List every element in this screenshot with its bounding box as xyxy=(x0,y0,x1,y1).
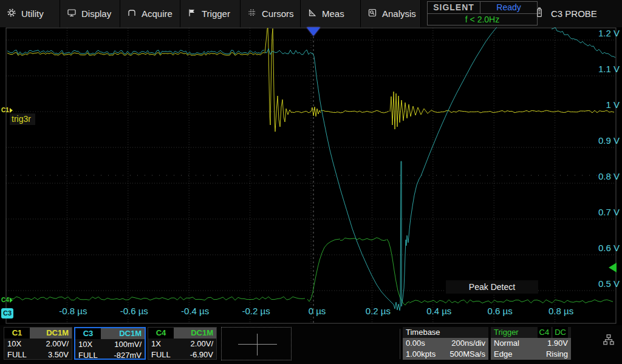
menu-analysis-label: Analysis xyxy=(382,8,416,19)
menu-meas[interactable]: Meas xyxy=(301,0,361,27)
c1-coupling: DC1M xyxy=(30,328,72,339)
timebase-sample-row: 1.00kpts500MSa/s xyxy=(403,349,488,360)
trigger-frequency: f < 2.0Hz xyxy=(428,14,537,25)
brand-logo: SIGLENT xyxy=(428,2,480,13)
c3-trace xyxy=(402,27,499,306)
menu-cursors[interactable]: Cursors xyxy=(241,0,301,27)
c1-header: C1 DC1M xyxy=(4,328,72,339)
c4-trace xyxy=(340,238,386,241)
probe-icon xyxy=(535,7,544,20)
voltage-axis-label: 1.1 V xyxy=(598,64,620,74)
c1-scale-row: 10X2.00V/ xyxy=(4,339,72,349)
time-axis-label: 0.4 µs xyxy=(426,306,451,316)
voltage-axis-label: 1 V xyxy=(606,99,620,110)
network-icon[interactable] xyxy=(603,334,615,348)
c1-position-marker[interactable]: C1 xyxy=(1,107,13,113)
c1-chip: C1 xyxy=(4,328,30,339)
c3-chip: C3 xyxy=(75,328,101,339)
c1-offset-row: FULL3.50V xyxy=(4,349,72,360)
bottom-status-bar: C1 DC1M 10X2.00V/ FULL3.50V C3 DC1M 10X1… xyxy=(0,325,622,364)
time-axis-label: -0.8 µs xyxy=(59,306,87,316)
c1-trace xyxy=(292,111,311,113)
probe-status[interactable]: C3 PROBE xyxy=(535,0,597,27)
menu-cursors-label: Cursors xyxy=(262,8,294,19)
acquisition-state: Ready xyxy=(480,2,537,13)
acquisition-status-box[interactable]: SIGLENT Ready f < 2.0Hz xyxy=(427,1,538,25)
c3-trace xyxy=(312,53,394,305)
trigger-source-chip: C4 xyxy=(538,327,552,338)
voltage-axis-label: 0.7 V xyxy=(598,207,620,217)
menu-trigger-label: Trigger xyxy=(202,8,230,19)
trigger-coupling-chip: DC xyxy=(553,327,568,338)
voltage-axis-label: 0.5 V xyxy=(598,278,620,289)
c4-chip: C4 xyxy=(148,328,174,339)
cursors-icon xyxy=(247,8,257,20)
crosshair-icon xyxy=(257,334,258,356)
gear-icon xyxy=(7,8,16,20)
c3-offset-row: FULL-827mV xyxy=(75,350,145,361)
trigger-type-row: EdgeRising xyxy=(491,349,571,360)
trigger-position-marker[interactable] xyxy=(307,27,320,36)
right-triangle-icon xyxy=(10,108,13,113)
top-menu-bar: Utility Display Acquire Trigger Cursors … xyxy=(0,0,622,27)
flag-icon xyxy=(187,8,197,20)
voltage-axis-label: 0.9 V xyxy=(598,135,620,146)
menu-trigger[interactable]: Trigger xyxy=(180,0,241,27)
channel-box-c1[interactable]: C1 DC1M 10X2.00V/ FULL3.50V xyxy=(4,327,72,360)
c4-trace xyxy=(409,300,613,303)
bottom-bar-divider xyxy=(400,329,400,359)
time-axis-label: 0.6 µs xyxy=(488,306,513,316)
voltage-axis-label: 1.2 V xyxy=(598,28,620,38)
trigger-title: Trigger xyxy=(494,327,536,338)
menu-analysis[interactable]: Analysis xyxy=(361,0,421,27)
display-icon xyxy=(67,8,77,20)
time-axis-label: -0.4 µs xyxy=(181,306,209,316)
c1-trace xyxy=(321,110,389,113)
timebase-header: Timebase xyxy=(403,327,488,338)
c3-coupling: DC1M xyxy=(101,328,145,339)
menu-display[interactable]: Display xyxy=(60,0,120,27)
trigger-level-marker[interactable] xyxy=(609,263,617,272)
c3-header: C3 DC1M xyxy=(75,328,145,339)
time-axis-label: 0.8 µs xyxy=(549,306,573,316)
time-axis-label: -0.6 µs xyxy=(120,306,148,316)
c3-offscreen-position-badge[interactable]: C3 xyxy=(1,308,13,318)
menu-utility[interactable]: Utility xyxy=(0,0,60,27)
trigger-mode-row: Normal1.90V xyxy=(491,338,571,349)
c3-trace xyxy=(400,161,402,306)
crosshair-icon xyxy=(238,344,277,345)
waveform-display: -0.8 µs-0.6 µs-0.4 µs-0.2 µs0 µs0.2 µs0.… xyxy=(0,27,622,325)
timebase-delay-row: 0.00s200ns/div xyxy=(403,338,488,349)
c1-trace xyxy=(265,28,292,132)
c3-scale-row: 10X100mV/ xyxy=(75,339,145,350)
timebase-box[interactable]: Timebase 0.00s200ns/div 1.00kpts500MSa/s xyxy=(403,327,488,360)
time-axis-label: 0 µs xyxy=(309,306,326,316)
c4-coupling: DC1M xyxy=(174,328,216,339)
status-top-row: SIGLENT Ready xyxy=(428,2,537,14)
oscilloscope-screen: Utility Display Acquire Trigger Cursors … xyxy=(0,0,622,364)
c4-scale-row: 1X2.00V/ xyxy=(148,339,216,349)
c4-trace xyxy=(387,239,409,305)
voltage-axis-label: 0.8 V xyxy=(598,171,620,181)
trigger-box[interactable]: Trigger C4 DC Normal1.90V EdgeRising xyxy=(491,327,571,360)
peak-detect-annotation: Peak Detect xyxy=(446,280,538,294)
analysis-icon xyxy=(367,8,377,20)
c1-trace xyxy=(390,92,432,129)
c4-position-marker[interactable]: C4 xyxy=(1,297,13,303)
c3-trace xyxy=(394,302,400,311)
c4-trace xyxy=(307,239,340,302)
menu-utility-label: Utility xyxy=(21,8,44,19)
channel-box-c3[interactable]: C3 DC1M 10X100mV/ FULL-827mV xyxy=(74,327,146,360)
voltage-axis-label: 0.6 V xyxy=(598,243,620,253)
add-channel-slot[interactable] xyxy=(221,327,292,360)
c4-header: C4 DC1M xyxy=(148,328,216,339)
acquire-icon xyxy=(127,8,137,20)
c1-marker-label: C1 xyxy=(1,107,9,113)
channel-box-c4[interactable]: C4 DC1M 1X2.00V/ FULL-6.90V xyxy=(148,327,217,360)
time-axis-label: 0.2 µs xyxy=(366,306,391,316)
c1-user-label: trig3r xyxy=(10,113,35,125)
menu-acquire-label: Acquire xyxy=(142,8,173,19)
c4-trace xyxy=(7,297,305,300)
menu-acquire[interactable]: Acquire xyxy=(120,0,180,27)
measure-icon xyxy=(307,8,317,20)
